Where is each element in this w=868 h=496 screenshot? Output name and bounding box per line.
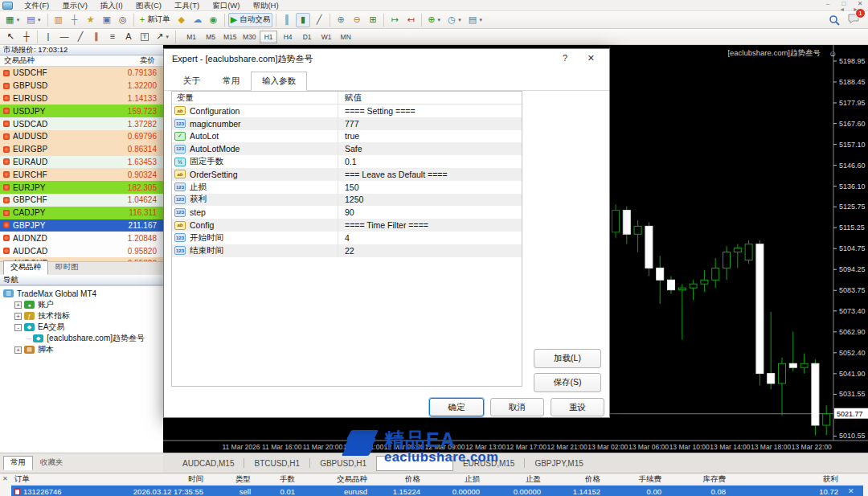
timeframe-m1[interactable]: M1 <box>182 31 200 43</box>
text-button[interactable]: A <box>121 30 136 44</box>
open-order-row[interactable]: 1312267462026.03.12 17:35:55sell0.01euru… <box>11 486 863 496</box>
navigator-item[interactable]: ·─◆[eaclubshare.com]趋势叁号 <box>0 333 163 344</box>
market-watch-tab[interactable]: 交易品种 <box>3 260 48 275</box>
param-row[interactable]: ✓AutoLottrue <box>172 130 522 143</box>
param-row[interactable]: 123magicnumber777 <box>172 117 522 130</box>
chart-line-button[interactable]: ╱ <box>312 13 326 27</box>
order-close-icon[interactable]: ✕ <box>848 487 854 495</box>
cursor-button[interactable]: ↖ <box>3 30 18 44</box>
terminal-col-header[interactable]: 获利 <box>731 473 843 485</box>
menu-item-3[interactable]: 插入(I) <box>94 0 129 11</box>
navigator-item[interactable]: +ƒ技术指标 <box>0 310 163 322</box>
param-row[interactable]: abConfiguration==== Setting ==== <box>172 105 522 117</box>
tree-expand-icon[interactable]: - <box>14 324 22 331</box>
terminal-col-header[interactable]: 时间 <box>101 473 208 485</box>
crosshair-button[interactable]: ┼ <box>19 30 34 44</box>
dialog-tab[interactable]: 关于 <box>172 72 211 91</box>
save-button[interactable]: 保存(S) <box>534 373 601 392</box>
menu-item-4[interactable]: 图表(C) <box>129 0 168 11</box>
autotrade-button[interactable]: ▶自动交易 <box>228 13 272 27</box>
terminal-col-header[interactable]: 交易品种 <box>300 473 372 485</box>
param-value[interactable]: 150 <box>338 181 522 194</box>
market-watch-col-symbol[interactable]: 交易品种 <box>0 55 105 66</box>
param-value[interactable]: 4 <box>338 232 522 244</box>
dialog-tab[interactable]: 常用 <box>211 72 251 91</box>
navigator-item[interactable]: -◆EA交易 <box>0 322 163 333</box>
param-value[interactable]: 90 <box>338 206 522 219</box>
navigator-item[interactable]: ▥TradeMax Global MT4 <box>0 288 163 299</box>
terminal-panel-button[interactable]: ▣ <box>100 13 114 27</box>
timeframe-mn[interactable]: MN <box>337 31 354 43</box>
auto-scroll-button[interactable]: ↦ <box>387 13 402 27</box>
chart-candles-button[interactable]: ▮ <box>296 13 310 27</box>
tile-windows-button[interactable]: ⊞ <box>366 13 380 27</box>
search-icon[interactable] <box>829 14 840 26</box>
chart-tab[interactable]: BTCUSD,H1 <box>244 457 309 470</box>
vertical-line-button[interactable]: | <box>41 30 55 44</box>
terminal-col-header[interactable]: 订单 <box>11 473 101 485</box>
data-window-button[interactable]: ┼ <box>68 13 82 27</box>
timeframe-m5[interactable]: M5 <box>202 31 219 43</box>
chart-tab[interactable]: GBPJPY,M15 <box>525 457 592 470</box>
param-value[interactable]: Safe <box>338 142 522 155</box>
param-row[interactable]: abOrderSetting=== Leave as Default ==== <box>172 168 522 181</box>
tree-expand-icon[interactable]: + <box>14 346 22 354</box>
menu-item-7[interactable]: 帮助(H) <box>246 0 285 11</box>
param-value[interactable]: true <box>338 130 522 143</box>
terminal-col-header[interactable]: 价格 <box>546 473 605 485</box>
terminal-close-icon[interactable]: ✕ <box>2 475 8 482</box>
param-row[interactable]: 123结束时间22 <box>172 244 522 257</box>
market-watch-row[interactable]: GBPCHF1.04624 <box>0 194 163 207</box>
menu-item-2[interactable]: 显示(V) <box>55 0 94 11</box>
fibonacci-button[interactable]: ≡ <box>105 30 120 44</box>
templates-button[interactable]: ▤▼ <box>466 13 485 27</box>
market-watch-row[interactable]: EURAUD1.63453 <box>0 156 163 169</box>
timeframe-m30[interactable]: M30 <box>240 31 258 43</box>
param-value[interactable]: ==== Time Filter ==== <box>338 219 522 232</box>
market-watch-row[interactable]: AUDNZD1.20848 <box>0 232 163 244</box>
timeframe-m15[interactable]: M15 <box>221 31 239 43</box>
menu-item-5[interactable]: 工具(T) <box>168 0 206 11</box>
dialog-tab[interactable]: 输入参数 <box>251 72 307 91</box>
cancel-button[interactable]: 取消 <box>490 398 544 416</box>
trendline-button[interactable]: ╱ <box>73 30 88 44</box>
navigator-tab[interactable]: 收藏夹 <box>33 456 71 470</box>
market-watch-row[interactable]: EURCHF0.90324 <box>0 168 163 181</box>
equidistant-channel-button[interactable]: ∥ <box>89 30 104 44</box>
tree-expand-icon[interactable]: + <box>14 301 22 309</box>
menu-item-6[interactable]: 窗口(W) <box>206 0 246 11</box>
terminal-col-header[interactable]: 类型 <box>208 473 256 485</box>
navigator-button[interactable]: ★ <box>84 13 98 27</box>
timeframe-d1[interactable]: D1 <box>298 31 316 43</box>
signals-button[interactable]: ◉ <box>207 13 221 27</box>
market-watch-row[interactable]: AUDUSD0.69796 <box>0 130 163 143</box>
market-watch-row[interactable]: USDJPY159.723 <box>0 105 163 117</box>
community-button[interactable]: ☁ <box>190 13 205 27</box>
navigator-item[interactable]: +▤脚本 <box>0 344 163 355</box>
zoom-out-button[interactable]: ⊖ <box>350 13 364 27</box>
chart-tab-scroll-arrows[interactable]: ◄ ► <box>839 6 862 12</box>
terminal-col-header[interactable]: 价格 <box>372 473 425 485</box>
param-row[interactable]: 123step90 <box>172 206 522 219</box>
metaeditor-button[interactable]: ◆ <box>174 13 189 27</box>
terminal-col-header[interactable]: 手续费 <box>605 473 666 485</box>
terminal-col-header[interactable]: 手数 <box>256 473 300 485</box>
terminal-col-header[interactable]: 库存费 <box>666 473 731 485</box>
arrows-button[interactable]: ↗▼ <box>154 30 172 44</box>
chart-tab[interactable]: AUDCAD,M15 <box>173 457 244 470</box>
profiles-button[interactable]: ▤▼ <box>24 13 43 27</box>
dialog-close-button[interactable]: ✕ <box>588 53 595 64</box>
param-value[interactable]: === Leave as Default ==== <box>338 168 522 181</box>
indicators-button[interactable]: ⊕▼ <box>425 13 444 27</box>
param-value[interactable]: 777 <box>338 117 522 130</box>
new-chart-button[interactable]: ▦▼ <box>3 13 23 27</box>
timeframe-h1[interactable]: H1 <box>260 31 277 43</box>
terminal-col-header[interactable]: 止损 <box>425 473 485 485</box>
market-watch-row[interactable]: CADJPY116.311 <box>0 207 163 219</box>
market-watch-row[interactable]: USDCAD1.37282 <box>0 117 163 130</box>
zoom-in-button[interactable]: ⊕ <box>334 13 348 27</box>
chart-bars-button[interactable]: ║ <box>280 13 294 27</box>
param-value[interactable]: 0.1 <box>338 155 522 168</box>
param-value[interactable]: 22 <box>338 244 522 257</box>
chat-icon[interactable]: 1 <box>848 13 860 27</box>
